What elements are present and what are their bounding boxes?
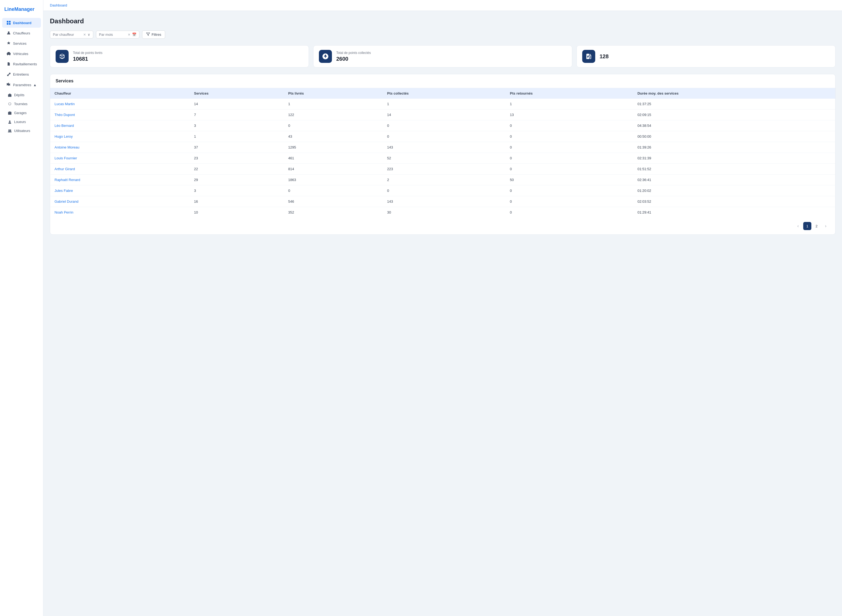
col-header-duree: Durée moy. des services <box>633 88 835 99</box>
table-row: Arthur Girard 22 814 223 0 01:51:52 <box>50 164 835 175</box>
tournees-icon <box>7 102 12 106</box>
services-cell: 7 <box>190 110 284 120</box>
pts-collectes-cell: 0 <box>383 131 506 142</box>
pts-livres-cell: 461 <box>284 153 383 164</box>
sidebar-label-utilisateurs: Utilisateurs <box>14 129 30 133</box>
table-row: Raphaël Renard 29 1863 2 50 02:36:41 <box>50 175 835 185</box>
topbar: Dashboard <box>43 0 842 11</box>
month-filter[interactable]: Par mois ✕ 📅 <box>96 31 140 38</box>
content-area: Dashboard Par chauffeur ✕ ∨ Par mois ✕ 📅… <box>43 11 842 616</box>
col-header-pts-livres: Pts livrés <box>284 88 383 99</box>
driver-name-cell[interactable]: Théo Dupont <box>50 110 190 120</box>
col-header-pts-retournes: Pts retournés <box>505 88 633 99</box>
sidebar-label-dashboard: Dashboard <box>13 21 31 25</box>
driver-name-cell[interactable]: Lucas Martin <box>50 99 190 110</box>
params-chevron-icon: ▲ <box>33 83 37 87</box>
sidebar: LineManager Dashboard Chauffeurs Service… <box>0 0 43 616</box>
params-label: Paramètres <box>13 83 31 87</box>
driver-name-cell[interactable]: Antoine Moreau <box>50 142 190 153</box>
services-cell: 3 <box>190 120 284 131</box>
next-page-button[interactable]: › <box>821 222 830 230</box>
driver-name-cell[interactable]: Raphaël Renard <box>50 175 190 185</box>
pts-collectes-cell: 0 <box>383 185 506 196</box>
pts-livres-cell: 43 <box>284 131 383 142</box>
table-row: Gabriel Durand 16 546 143 0 02:03:52 <box>50 196 835 207</box>
utilisateurs-icon <box>7 129 12 133</box>
sidebar-item-loueurs[interactable]: Loueurs <box>4 117 41 126</box>
sidebar-item-garages[interactable]: Garages <box>4 109 41 117</box>
table-row: Lucas Martin 14 1 1 1 01:37:25 <box>50 99 835 110</box>
pts-collectes-cell: 143 <box>383 196 506 207</box>
calendar-icon: 📅 <box>132 32 137 37</box>
sidebar-item-dashboard[interactable]: Dashboard <box>2 18 41 28</box>
sidebar-item-vehicules[interactable]: Véhicules <box>2 49 41 59</box>
pts-collectes-cell: 1 <box>383 99 506 110</box>
pts-livres-cell: 0 <box>284 185 383 196</box>
services-cell: 1 <box>190 131 284 142</box>
col-header-services: Services <box>190 88 284 99</box>
sidebar-label-garages: Garages <box>14 111 26 115</box>
duree-cell: 02:36:41 <box>633 175 835 185</box>
driver-name-cell[interactable]: Louis Fournier <box>50 153 190 164</box>
page-2-button[interactable]: 2 <box>813 222 821 230</box>
duree-cell: 01:20:02 <box>633 185 835 196</box>
stat-value-livres: 10681 <box>73 56 103 62</box>
main-content: Dashboard Dashboard Par chauffeur ✕ ∨ Pa… <box>43 0 842 616</box>
sidebar-label-vehicules: Véhicules <box>13 52 28 56</box>
pts-livres-cell: 1 <box>284 99 383 110</box>
driver-name-cell[interactable]: Noah Perrin <box>50 207 190 218</box>
driver-name-cell[interactable]: Jules Fabre <box>50 185 190 196</box>
sidebar-label-services: Services <box>13 41 26 45</box>
pts-retournes-cell: 0 <box>505 207 633 218</box>
page-1-button[interactable]: 1 <box>803 222 811 230</box>
pts-livres-cell: 0 <box>284 120 383 131</box>
services-cell: 14 <box>190 99 284 110</box>
pts-collectes-cell: 2 <box>383 175 506 185</box>
driver-name-cell[interactable]: Léo Bernard <box>50 120 190 131</box>
pts-collectes-cell: 223 <box>383 164 506 175</box>
prev-page-button[interactable]: ‹ <box>794 222 802 230</box>
sidebar-item-chauffeurs[interactable]: Chauffeurs <box>2 28 41 38</box>
driver-filter-clear[interactable]: ✕ <box>83 33 86 37</box>
svg-rect-2 <box>7 23 9 25</box>
driver-name-cell[interactable]: Arthur Girard <box>50 164 190 175</box>
svg-rect-0 <box>7 21 9 22</box>
services-cell: 3 <box>190 185 284 196</box>
sidebar-item-ravitaillements[interactable]: Ravitaillements <box>2 59 41 69</box>
duree-cell: 01:29:41 <box>633 207 835 218</box>
stat-value-collectes: 2600 <box>336 56 371 62</box>
col-header-pts-collectes: Pts collectés <box>383 88 506 99</box>
services-table: Chauffeur Services Pts livrés Pts collec… <box>50 88 835 218</box>
table-row: Louis Fournier 23 461 52 0 02:31:39 <box>50 153 835 164</box>
params-header[interactable]: Paramètres ▲ <box>2 80 41 90</box>
svg-rect-10 <box>9 113 10 114</box>
driver-filter[interactable]: Par chauffeur ✕ ∨ <box>50 31 93 38</box>
pts-retournes-cell: 0 <box>505 164 633 175</box>
pts-collectes-cell: 0 <box>383 120 506 131</box>
brand-logo: LineManager <box>0 4 43 18</box>
pts-livres-cell: 122 <box>284 110 383 120</box>
sidebar-item-depots[interactable]: Dépôts <box>4 91 41 100</box>
services-section-title: Services <box>50 74 835 88</box>
pts-retournes-cell: 0 <box>505 142 633 153</box>
sidebar-item-services[interactable]: Services <box>2 38 41 48</box>
services-cell: 16 <box>190 196 284 207</box>
sidebar-item-utilisateurs[interactable]: Utilisateurs <box>4 126 41 135</box>
sidebar-item-tournees[interactable]: Tournées <box>4 100 41 109</box>
filters-button[interactable]: Filtres <box>142 30 165 39</box>
driver-name-cell[interactable]: Gabriel Durand <box>50 196 190 207</box>
month-filter-clear[interactable]: ✕ <box>128 33 131 37</box>
pts-retournes-cell: 0 <box>505 196 633 207</box>
pts-collectes-cell: 30 <box>383 207 506 218</box>
sidebar-label-depots: Dépôts <box>14 93 24 97</box>
table-row: Noah Perrin 10 352 30 0 01:29:41 <box>50 207 835 218</box>
stat-label-livres: Total de points livrés <box>73 51 103 55</box>
sidebar-label-entretiens: Entretiens <box>13 72 29 76</box>
sidebar-item-entretiens[interactable]: Entretiens <box>2 69 41 79</box>
driver-name-cell[interactable]: Hugo Leroy <box>50 131 190 142</box>
svg-rect-8 <box>8 95 12 97</box>
sidebar-label-loueurs: Loueurs <box>14 120 26 124</box>
table-row: Léo Bernard 3 0 0 0 04:38:54 <box>50 120 835 131</box>
duree-cell: 00:50:00 <box>633 131 835 142</box>
services-cell: 23 <box>190 153 284 164</box>
